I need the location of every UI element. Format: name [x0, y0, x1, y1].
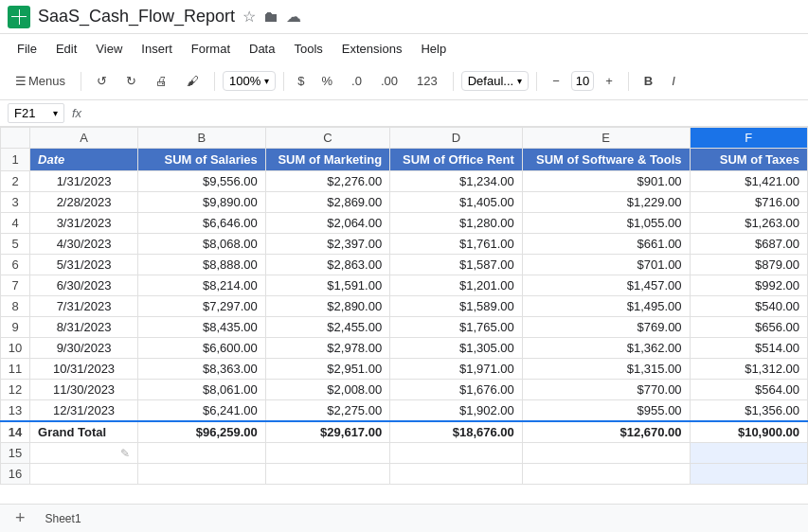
- row-num-15[interactable]: 15: [1, 443, 30, 464]
- cell-b12[interactable]: $8,061.00: [138, 380, 266, 400]
- cell-d15[interactable]: [265, 443, 389, 464]
- cell-c16[interactable]: [265, 464, 389, 485]
- row-num-16[interactable]: 16: [1, 464, 30, 485]
- menu-tools[interactable]: Tools: [284, 38, 332, 60]
- font-decrease-button[interactable]: −: [545, 70, 567, 92]
- format-123-button[interactable]: 123: [409, 70, 445, 92]
- menu-file[interactable]: File: [8, 38, 46, 60]
- menu-help[interactable]: Help: [411, 38, 456, 60]
- cell-e3[interactable]: $1,229.00: [522, 192, 690, 213]
- cell-a2[interactable]: 1/31/2023: [30, 171, 138, 192]
- cell-d13[interactable]: $1,902.00: [390, 400, 523, 422]
- cell-b11[interactable]: $8,363.00: [138, 359, 266, 380]
- row-num-12[interactable]: 12: [1, 380, 30, 400]
- cell-d4[interactable]: $1,280.00: [390, 213, 523, 234]
- cell-f1[interactable]: SUM of Taxes: [690, 149, 807, 171]
- cell-d11[interactable]: $1,971.00: [390, 359, 523, 380]
- cell-c4[interactable]: $2,064.00: [265, 213, 389, 234]
- bold-button[interactable]: B: [637, 70, 660, 92]
- cell-e11[interactable]: $1,315.00: [522, 359, 690, 380]
- cell-a4[interactable]: 3/31/2023: [30, 213, 138, 234]
- cell-e12[interactable]: $770.00: [522, 380, 690, 400]
- cell-b6[interactable]: $8,888.00: [138, 255, 266, 275]
- cell-f7[interactable]: $992.00: [690, 275, 807, 296]
- menus-button[interactable]: ☰ Menus: [8, 70, 73, 92]
- cell-e1[interactable]: SUM of Software & Tools: [522, 149, 690, 171]
- menu-edit[interactable]: Edit: [46, 38, 86, 60]
- cell-d5[interactable]: $1,761.00: [390, 234, 523, 255]
- row-num-2[interactable]: 2: [1, 171, 30, 192]
- row-num-5[interactable]: 5: [1, 234, 30, 255]
- cell-d1[interactable]: SUM of Office Rent: [390, 149, 523, 171]
- cell-f16[interactable]: [690, 464, 807, 485]
- cell-f6[interactable]: $879.00: [690, 255, 807, 275]
- cell-a3[interactable]: 2/28/2023: [30, 192, 138, 213]
- menu-format[interactable]: Format: [182, 38, 240, 60]
- font-increase-button[interactable]: +: [598, 70, 620, 92]
- row-num-4[interactable]: 4: [1, 213, 30, 234]
- row-num-14[interactable]: 14: [1, 421, 30, 443]
- cell-c14[interactable]: $29,617.00: [265, 421, 389, 443]
- cloud-icon[interactable]: ☁: [286, 8, 301, 26]
- cell-c7[interactable]: $1,591.00: [265, 275, 389, 296]
- cell-a15[interactable]: ✎: [30, 443, 138, 464]
- cell-f2[interactable]: $1,421.00: [690, 171, 807, 192]
- menu-view[interactable]: View: [86, 38, 132, 60]
- cell-b3[interactable]: $9,890.00: [138, 192, 266, 213]
- cell-f12[interactable]: $564.00: [690, 380, 807, 400]
- cell-c10[interactable]: $2,978.00: [265, 338, 389, 359]
- cell-c8[interactable]: $2,890.00: [265, 296, 389, 317]
- cell-a6[interactable]: 5/31/2023: [30, 255, 138, 275]
- cell-e5[interactable]: $661.00: [522, 234, 690, 255]
- cell-d10[interactable]: $1,305.00: [390, 338, 523, 359]
- cell-b14[interactable]: $96,259.00: [138, 421, 266, 443]
- cell-e16[interactable]: [522, 464, 690, 485]
- cell-b16[interactable]: [138, 464, 266, 485]
- cell-c11[interactable]: $2,951.00: [265, 359, 389, 380]
- cell-b1[interactable]: SUM of Salaries: [138, 149, 266, 171]
- cell-e13[interactable]: $955.00: [522, 400, 690, 422]
- italic-button[interactable]: I: [664, 70, 683, 92]
- cell-d3[interactable]: $1,405.00: [390, 192, 523, 213]
- col-header-f[interactable]: F: [690, 128, 807, 149]
- cell-reference-box[interactable]: F21 ▾: [8, 103, 64, 123]
- cell-a10[interactable]: 9/30/2023: [30, 338, 138, 359]
- decimal-increase-button[interactable]: .0: [344, 70, 369, 92]
- cell-e7[interactable]: $1,457.00: [522, 275, 690, 296]
- col-header-c[interactable]: C: [265, 128, 389, 149]
- cell-b4[interactable]: $6,646.00: [138, 213, 266, 234]
- percent-button[interactable]: %: [314, 70, 341, 92]
- cell-a16[interactable]: [30, 464, 138, 485]
- cell-a1[interactable]: Date: [30, 149, 138, 171]
- col-header-d[interactable]: D: [390, 128, 523, 149]
- menu-extensions[interactable]: Extensions: [332, 38, 412, 60]
- row-num-7[interactable]: 7: [1, 275, 30, 296]
- add-sheet-button[interactable]: +: [8, 508, 33, 528]
- row-num-6[interactable]: 6: [1, 255, 30, 275]
- cell-a11[interactable]: 10/31/2023: [30, 359, 138, 380]
- cell-b7[interactable]: $8,214.00: [138, 275, 266, 296]
- cell-f5[interactable]: $687.00: [690, 234, 807, 255]
- row-num-9[interactable]: 9: [1, 317, 30, 338]
- cell-f11[interactable]: $1,312.00: [690, 359, 807, 380]
- undo-button[interactable]: ↺: [89, 70, 115, 92]
- cell-c3[interactable]: $2,869.00: [265, 192, 389, 213]
- cell-d2[interactable]: $1,234.00: [390, 171, 523, 192]
- cell-e14[interactable]: $12,670.00: [522, 421, 690, 443]
- currency-button[interactable]: $: [292, 72, 310, 90]
- row-num-11[interactable]: 11: [1, 359, 30, 380]
- cell-e9[interactable]: $769.00: [522, 317, 690, 338]
- row-num-13[interactable]: 13: [1, 400, 30, 422]
- cell-e8[interactable]: $1,495.00: [522, 296, 690, 317]
- cell-d8[interactable]: $1,589.00: [390, 296, 523, 317]
- cell-e6[interactable]: $701.00: [522, 255, 690, 275]
- cell-d16[interactable]: [390, 464, 523, 485]
- cell-b9[interactable]: $8,435.00: [138, 317, 266, 338]
- redo-button[interactable]: ↻: [118, 70, 144, 92]
- cell-a8[interactable]: 7/31/2023: [30, 296, 138, 317]
- cell-a5[interactable]: 4/30/2023: [30, 234, 138, 255]
- cell-e10[interactable]: $1,362.00: [522, 338, 690, 359]
- cell-a14[interactable]: Grand Total: [30, 421, 138, 443]
- cell-c12[interactable]: $2,008.00: [265, 380, 389, 400]
- spreadsheet-container[interactable]: A B C D E F 1 Date SUM of Salaries SUM o…: [0, 127, 808, 504]
